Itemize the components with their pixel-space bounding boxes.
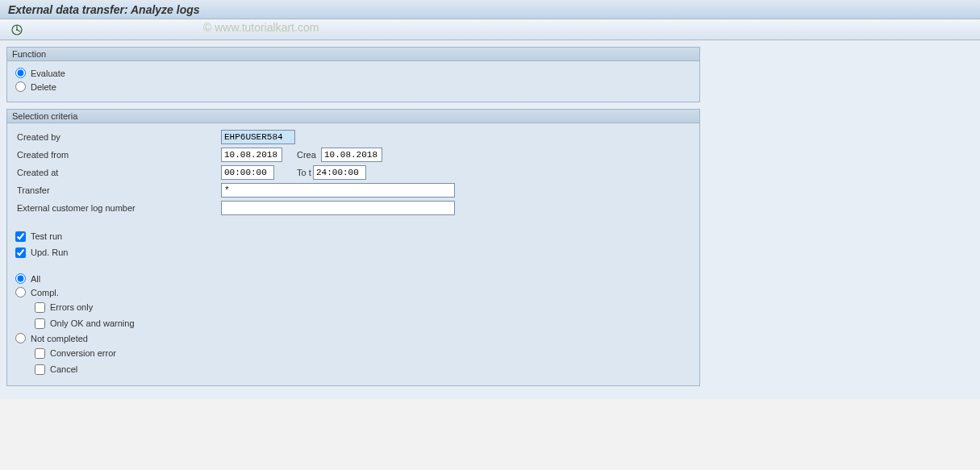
created-at-input[interactable] — [221, 165, 274, 180]
created-from-label: Created from — [15, 150, 221, 160]
errors-only-label: Errors only — [50, 302, 93, 312]
selection-criteria-groupbox: Selection criteria Created by Created fr… — [6, 109, 700, 386]
test-run-label: Test run — [31, 231, 62, 241]
transfer-input[interactable] — [221, 183, 455, 198]
to-t-label: To t — [274, 168, 313, 177]
selection-group-title: Selection criteria — [7, 110, 699, 123]
all-label: All — [31, 274, 40, 284]
created-from-input[interactable] — [221, 148, 282, 162]
evaluate-radio[interactable] — [15, 68, 26, 78]
not-completed-label: Not completed — [31, 334, 88, 343]
created-by-label: Created by — [15, 132, 221, 142]
errors-only-checkbox[interactable] — [35, 302, 45, 313]
to-t-input[interactable] — [313, 165, 366, 180]
function-group-title: Function — [7, 48, 699, 61]
conversion-error-label: Conversion error — [50, 348, 116, 358]
evaluate-label: Evaluate — [31, 69, 65, 78]
svg-point-1 — [16, 29, 18, 31]
created-by-input[interactable] — [221, 130, 295, 144]
window-title: External data transfer: Analyze logs — [8, 3, 200, 16]
crea-input[interactable] — [321, 148, 382, 162]
watermark-text: © www.tutorialkart.com — [203, 21, 319, 34]
ext-log-input[interactable] — [221, 201, 455, 215]
upd-run-label: Upd. Run — [31, 247, 68, 257]
crea-label: Crea — [282, 150, 321, 160]
delete-label: Delete — [31, 82, 56, 92]
app-toolbar: © www.tutorialkart.com — [0, 19, 980, 40]
content-area: Function Evaluate Delete Selection crite… — [0, 40, 980, 399]
ext-log-label: External customer log number — [15, 203, 221, 213]
conversion-error-checkbox[interactable] — [35, 348, 45, 359]
all-radio[interactable] — [15, 273, 26, 284]
execute-button[interactable] — [8, 22, 26, 38]
execute-icon — [10, 23, 23, 36]
compl-radio[interactable] — [15, 287, 26, 297]
window-titlebar: External data transfer: Analyze logs — [0, 0, 980, 19]
cancel-label: Cancel — [50, 364, 77, 374]
only-ok-warn-label: Only OK and warning — [50, 318, 135, 328]
test-run-checkbox[interactable] — [15, 231, 26, 242]
not-completed-radio[interactable] — [15, 333, 26, 343]
transfer-label: Transfer — [15, 185, 221, 195]
created-at-label: Created at — [15, 168, 221, 177]
compl-label: Compl. — [31, 288, 59, 297]
only-ok-warn-checkbox[interactable] — [35, 318, 45, 329]
delete-radio[interactable] — [15, 81, 26, 92]
upd-run-checkbox[interactable] — [15, 247, 26, 258]
function-groupbox: Function Evaluate Delete — [6, 47, 700, 102]
cancel-checkbox[interactable] — [35, 364, 45, 375]
